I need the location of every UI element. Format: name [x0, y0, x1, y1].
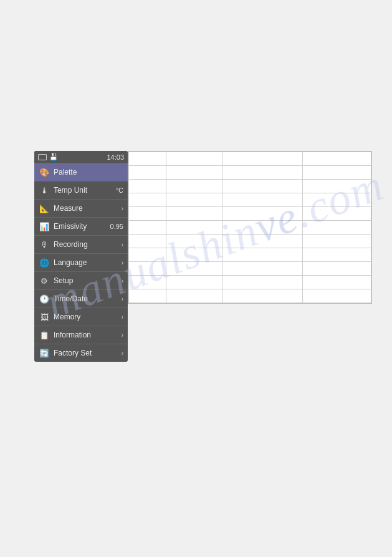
table-row — [129, 248, 371, 262]
table-cell — [129, 289, 166, 303]
table-row — [129, 262, 371, 276]
table-row — [129, 207, 371, 221]
setup-label: Setup — [54, 276, 73, 285]
menu-item-temp-unit[interactable]: 🌡Temp Unit°C — [34, 182, 128, 200]
table-panel — [128, 151, 372, 304]
menu-item-left-information: 📋Information — [39, 329, 91, 341]
temp-unit-icon: 🌡 — [39, 185, 50, 196]
table-cell — [222, 235, 303, 248]
menu-header-left: 💾 — [38, 153, 58, 161]
table-cell — [303, 248, 371, 262]
menu-item-left-recording: 🎙Recording — [39, 239, 88, 250]
measure-icon: 📐 — [39, 203, 50, 214]
table-cell — [166, 248, 222, 262]
menu-item-factory-set[interactable]: 🔄Factory Set› — [34, 344, 128, 362]
save-icon: 💾 — [49, 153, 58, 161]
time-date-label: Time/Date — [54, 294, 88, 303]
recording-icon: 🎙 — [39, 239, 50, 250]
table-cell — [166, 235, 222, 248]
menu-item-time-date[interactable]: 🕐Time/Date› — [34, 290, 128, 308]
table-cell — [129, 166, 166, 180]
table-cell — [303, 276, 371, 289]
menu-item-left-temp-unit: 🌡Temp Unit — [39, 185, 87, 196]
temp-unit-value: °C — [116, 186, 123, 194]
table-cell — [166, 152, 222, 166]
screen-icon — [38, 154, 47, 160]
menu-item-recording[interactable]: 🎙Recording› — [34, 236, 128, 254]
table-cell — [166, 166, 222, 180]
table-row — [129, 193, 371, 207]
table-cell — [303, 221, 371, 235]
table-cell — [222, 207, 303, 221]
information-icon: 📋 — [39, 329, 50, 341]
table-row — [129, 152, 371, 166]
table-cell — [303, 180, 371, 193]
table-cell — [166, 289, 222, 303]
emissivity-value: 0.95 — [110, 223, 123, 230]
time-date-icon: 🕐 — [39, 293, 50, 304]
table-cell — [166, 262, 222, 276]
table-cell — [303, 235, 371, 248]
table-cell — [129, 193, 166, 207]
table-cell — [303, 152, 371, 166]
table-cell — [129, 152, 166, 166]
table-cell — [129, 262, 166, 276]
factory-set-icon: 🔄 — [39, 347, 50, 359]
menu-item-left-factory-set: 🔄Factory Set — [39, 347, 92, 359]
table-cell — [129, 207, 166, 221]
palette-label: Palette — [54, 168, 77, 177]
table-cell — [222, 289, 303, 303]
memory-icon: 🖼 — [39, 311, 50, 322]
menu-item-palette[interactable]: 🎨Palette — [34, 163, 128, 182]
table-cell — [303, 166, 371, 180]
information-label: Information — [54, 331, 91, 339]
menu-item-left-palette: 🎨Palette — [39, 167, 77, 178]
table-row — [129, 235, 371, 248]
table-cell — [222, 276, 303, 289]
menu-item-left-emissivity: 📊Emissivity — [39, 221, 87, 232]
table-cell — [129, 221, 166, 235]
table-row — [129, 221, 371, 235]
menu-item-left-time-date: 🕐Time/Date — [39, 293, 88, 304]
language-icon: 🌐 — [39, 257, 50, 268]
menu-item-memory[interactable]: 🖼Memory› — [34, 308, 128, 326]
table-cell — [166, 276, 222, 289]
setup-arrow: › — [122, 278, 123, 284]
table-cell — [303, 207, 371, 221]
recording-label: Recording — [54, 240, 88, 249]
table-cell — [166, 180, 222, 193]
emissivity-label: Emissivity — [54, 222, 87, 231]
time-date-arrow: › — [122, 296, 123, 303]
table-cell — [129, 235, 166, 248]
table-cell — [129, 248, 166, 262]
ui-container: 💾 14:03 🎨Palette🌡Temp Unit°C📐Measure›📊Em… — [34, 151, 372, 362]
menu-item-measure[interactable]: 📐Measure› — [34, 200, 128, 218]
menu-item-left-language: 🌐Language — [39, 257, 87, 268]
header-time: 14:03 — [107, 153, 124, 161]
measure-arrow: › — [122, 205, 123, 212]
table-cell — [222, 180, 303, 193]
table-cell — [303, 262, 371, 276]
menu-item-language[interactable]: 🌐Language› — [34, 254, 128, 272]
palette-icon: 🎨 — [39, 167, 50, 178]
menu-item-left-measure: 📐Measure — [39, 203, 83, 214]
menu-item-left-memory: 🖼Memory — [39, 311, 80, 322]
information-arrow: › — [122, 332, 123, 339]
menu-item-setup[interactable]: ⚙Setup› — [34, 272, 128, 290]
menu-item-emissivity[interactable]: 📊Emissivity0.95 — [34, 218, 128, 236]
table-cell — [129, 276, 166, 289]
menu-item-information[interactable]: 📋Information› — [34, 326, 128, 344]
table-cell — [222, 193, 303, 207]
table-cell — [303, 193, 371, 207]
memory-arrow: › — [122, 314, 123, 321]
table-cell — [222, 166, 303, 180]
recording-arrow: › — [122, 241, 123, 248]
table-row — [129, 180, 371, 193]
table-cell — [222, 262, 303, 276]
table-cell — [166, 221, 222, 235]
language-arrow: › — [122, 259, 123, 266]
factory-set-arrow: › — [122, 350, 123, 357]
table-cell — [303, 289, 371, 303]
memory-label: Memory — [54, 312, 80, 321]
measure-label: Measure — [54, 204, 83, 213]
